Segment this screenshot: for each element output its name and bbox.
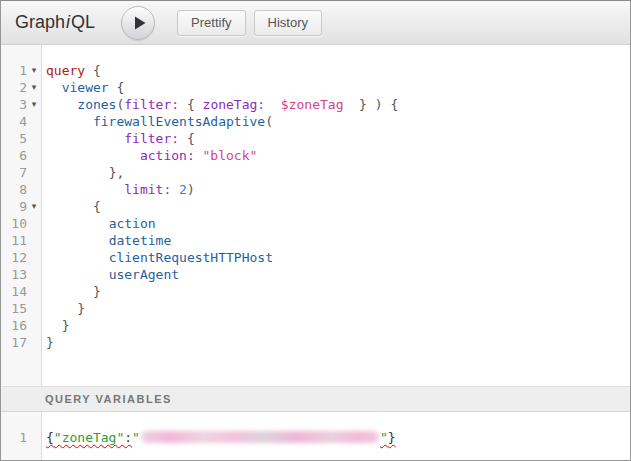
code-token (46, 301, 77, 316)
code-token (46, 165, 109, 180)
fold-arrow-icon[interactable]: ▾ (27, 96, 41, 113)
code-token: } ) { (343, 97, 398, 112)
code-token (46, 284, 93, 299)
line-number: 5 (1, 131, 27, 146)
code-token: limit: (124, 182, 171, 197)
code-token: "zoneTag" (54, 430, 124, 445)
code-token: datetime (109, 233, 172, 248)
code-token: } (46, 335, 54, 350)
query-code[interactable]: query { viewer { zones(filter: { zoneTag… (42, 45, 630, 386)
code-token: { (109, 80, 125, 95)
code-token: 2 (179, 182, 187, 197)
code-token (46, 131, 124, 146)
code-token: firewallEventsAdaptive (93, 114, 265, 129)
code-token: ) (187, 182, 195, 197)
code-token: zones (77, 97, 116, 112)
code-token: "block" (203, 148, 258, 163)
code-token: " (380, 430, 388, 445)
code-token: $zoneTag (281, 97, 344, 112)
query-editor: 1▾2▾3▾456789▾1011121314151617 query { vi… (1, 45, 630, 386)
line-number: 2 (1, 80, 27, 95)
code-token (46, 216, 109, 231)
code-token: zoneTag: (203, 97, 266, 112)
line-number: 7 (1, 165, 27, 180)
query-variables-title: QUERY VARIABLES (45, 393, 172, 405)
line-number: 4 (1, 114, 27, 129)
code-token (46, 199, 93, 214)
line-number: 3 (1, 97, 27, 112)
line-number: 15 (1, 301, 27, 316)
code-token: } (62, 318, 70, 333)
logo-text-graph: Graph (15, 12, 65, 32)
line-number: 17 (1, 335, 27, 350)
line-number: 16 (1, 318, 27, 333)
fold-arrow-icon[interactable]: ▾ (27, 79, 41, 96)
redacted-value-blur (141, 431, 379, 443)
code-line: }, (42, 164, 630, 181)
code-token (46, 148, 140, 163)
graphiql-app: GraphiQL Prettify History 1▾2▾3▾456789▾1… (0, 0, 631, 461)
code-line: userAgent (42, 266, 630, 283)
variables-code[interactable]: {"zoneTag":""} (42, 412, 630, 460)
code-token (46, 267, 109, 282)
query-variables-header[interactable]: QUERY VARIABLES (1, 386, 630, 412)
code-token (265, 97, 281, 112)
variables-editor: 1 {"zoneTag":""} (1, 412, 630, 460)
code-line: } (42, 300, 630, 317)
code-token (195, 148, 203, 163)
code-token: { (46, 430, 54, 445)
line-number: 10 (1, 216, 27, 231)
code-token: " (132, 430, 140, 445)
code-token: }, (109, 165, 125, 180)
code-token: viewer (62, 80, 109, 95)
fold-arrow-icon[interactable]: ▾ (27, 198, 41, 215)
prettify-button[interactable]: Prettify (177, 10, 245, 36)
variables-gutter: 1 (1, 412, 42, 460)
execute-query-button[interactable] (121, 6, 155, 40)
code-token: } (388, 430, 396, 445)
code-token (46, 318, 62, 333)
code-line: zones(filter: { zoneTag: $zoneTag } ) { (42, 96, 630, 113)
code-token: filter: (124, 131, 179, 146)
code-token (46, 114, 93, 129)
code-token: { (93, 199, 101, 214)
code-token (46, 233, 109, 248)
line-number: 1 (1, 430, 27, 445)
code-line: action: "block" (42, 147, 630, 164)
line-number: 12 (1, 250, 27, 265)
code-token: { (179, 131, 195, 146)
top-toolbar: GraphiQL Prettify History (1, 1, 630, 45)
code-line: } (42, 283, 630, 300)
code-token: { (179, 97, 202, 112)
code-line: datetime (42, 232, 630, 249)
line-number: 14 (1, 284, 27, 299)
code-token: query (46, 63, 85, 78)
line-number: 9 (1, 199, 27, 214)
code-line: } (42, 317, 630, 334)
history-button[interactable]: History (254, 10, 322, 36)
play-triangle-icon (131, 16, 146, 30)
line-number: 8 (1, 182, 27, 197)
line-number: 11 (1, 233, 27, 248)
query-gutter: 1▾2▾3▾456789▾1011121314151617 (1, 45, 42, 386)
code-line: limit: 2) (42, 181, 630, 198)
code-token: clientRequestHTTPHost (109, 250, 273, 265)
variables-line: {"zoneTag":""} (42, 429, 630, 446)
code-line: clientRequestHTTPHost (42, 249, 630, 266)
code-line: action (42, 215, 630, 232)
code-line: firewallEventsAdaptive( (42, 113, 630, 130)
code-token (46, 182, 124, 197)
code-token (46, 97, 77, 112)
code-token (46, 250, 109, 265)
code-token: { (85, 63, 101, 78)
code-token: } (93, 284, 101, 299)
code-line: } (42, 334, 630, 351)
code-token (46, 80, 62, 95)
line-number: 13 (1, 267, 27, 282)
code-token: action: (140, 148, 195, 163)
fold-arrow-icon[interactable]: ▾ (27, 62, 41, 79)
code-line: filter: { (42, 130, 630, 147)
line-number: 1 (1, 63, 27, 78)
code-line: viewer { (42, 79, 630, 96)
code-token: userAgent (109, 267, 179, 282)
